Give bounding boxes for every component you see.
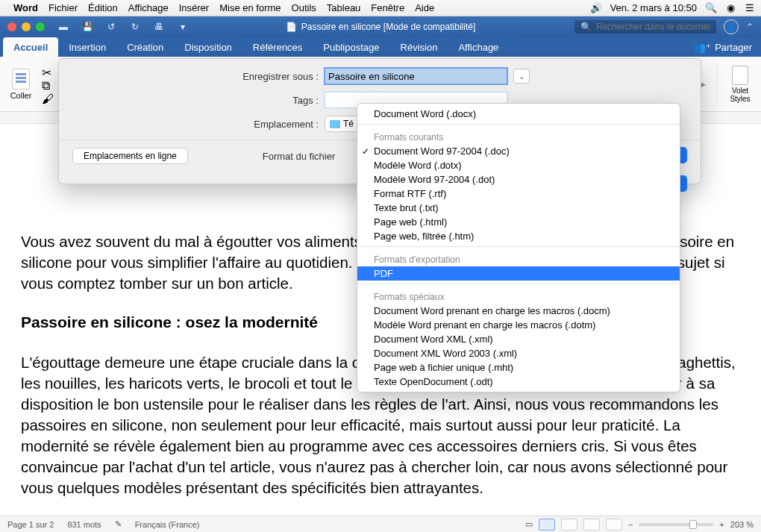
web-layout-view-button[interactable] xyxy=(561,519,577,531)
format-option[interactable]: Page web (.html) xyxy=(357,215,680,229)
format-option[interactable]: Document XML Word 2003 (.xml) xyxy=(357,346,680,360)
folder-icon xyxy=(330,120,340,128)
format-option[interactable]: Modèle Word prenant en charge les macros… xyxy=(357,318,680,332)
menubar-clock: Ven. 2 mars à 10:50 xyxy=(610,2,697,13)
tab-affichage[interactable]: Affichage xyxy=(448,37,509,57)
format-option-label: Modèle Word (.dotx) xyxy=(374,160,462,171)
format-option-label: Document XML Word 2003 (.xml) xyxy=(374,348,517,359)
quick-more-icon[interactable]: ▾ xyxy=(175,20,191,34)
format-painter-icon[interactable]: 🖌 xyxy=(42,93,54,103)
format-option[interactable]: Document Word (.docx) xyxy=(357,107,680,121)
styles-pane-button[interactable]: Volet Styles xyxy=(725,62,755,107)
save-as-label: Enregistrer sous : xyxy=(72,71,319,82)
menu-edit[interactable]: Édition xyxy=(88,2,118,13)
cut-icon[interactable]: ✂ xyxy=(42,66,54,76)
focus-mode-icon[interactable]: ▭ xyxy=(525,519,533,529)
ribbon-tabs: Accueil Insertion Création Disposition R… xyxy=(0,37,761,57)
menu-help[interactable]: Aide xyxy=(415,2,434,13)
zoom-slider[interactable] xyxy=(639,523,713,526)
menu-format[interactable]: Mise en forme xyxy=(219,2,281,13)
zoom-in-button[interactable]: + xyxy=(719,520,724,529)
quick-save2-icon[interactable]: 💾 xyxy=(79,20,95,34)
format-option-label: Page web, filtrée (.htm) xyxy=(374,231,474,242)
format-group-label: Formats spéciaux xyxy=(357,289,680,304)
check-icon: ✓ xyxy=(362,146,369,157)
format-group-label: Formats d'exportation xyxy=(357,251,680,266)
format-option-label: Page web à fichier unique (.mht) xyxy=(374,362,513,373)
paste-button[interactable]: Coller xyxy=(6,62,36,107)
menu-file[interactable]: Fichier xyxy=(48,2,78,13)
quick-undo-icon[interactable]: ↺ xyxy=(103,20,119,34)
status-spellcheck-icon[interactable]: ✎ xyxy=(115,519,122,529)
format-option[interactable]: Document Word XML (.xml) xyxy=(357,332,680,346)
menu-view[interactable]: Affichage xyxy=(128,2,169,13)
tab-revision[interactable]: Révision xyxy=(390,37,448,57)
zoom-slider-thumb[interactable] xyxy=(689,520,697,529)
menu-tools[interactable]: Outils xyxy=(292,2,316,13)
quick-redo-icon[interactable]: ↻ xyxy=(127,20,143,34)
spotlight-icon[interactable]: 🔍 xyxy=(706,3,716,13)
siri-icon[interactable]: ◉ xyxy=(725,3,736,13)
format-option[interactable]: Modèle Word 97-2004 (.dot) xyxy=(357,172,680,187)
window-minimize-button[interactable] xyxy=(22,22,31,31)
copy-icon[interactable]: ⧉ xyxy=(42,79,54,90)
tab-disposition[interactable]: Disposition xyxy=(174,37,242,57)
format-option[interactable]: Page web, filtrée (.htm) xyxy=(357,229,680,243)
format-option[interactable]: Texte OpenDocument (.odt) xyxy=(357,375,680,389)
status-language[interactable]: Français (France) xyxy=(135,520,200,529)
titlebar: ▬ 💾 ↺ ↻ 🖶 ▾ 📄 Passoire en silicone [Mode… xyxy=(0,16,761,37)
share-label: Partager xyxy=(715,42,752,53)
expand-sheet-button[interactable]: ⌄ xyxy=(513,69,530,84)
tab-references[interactable]: Références xyxy=(242,37,313,57)
print-layout-view-button[interactable] xyxy=(539,519,555,531)
format-option-label: Texte OpenDocument (.odt) xyxy=(374,376,493,387)
format-option[interactable]: Format RTF (.rtf) xyxy=(357,187,680,201)
tab-insertion[interactable]: Insertion xyxy=(58,37,116,57)
document-title: Passoire en silicone [Mode de compatibil… xyxy=(301,22,475,32)
format-option[interactable]: Texte brut (.txt) xyxy=(357,201,680,215)
format-option-label: Document Word (.docx) xyxy=(374,108,476,119)
zoom-level[interactable]: 203 % xyxy=(730,520,754,529)
menu-table[interactable]: Tableau xyxy=(327,2,361,13)
tab-creation[interactable]: Création xyxy=(116,37,174,57)
tab-accueil[interactable]: Accueil xyxy=(3,37,58,57)
menu-app[interactable]: Word xyxy=(13,2,38,13)
format-option-label: Modèle Word prenant en charge les macros… xyxy=(374,319,595,331)
online-locations-button[interactable]: Emplacements en ligne xyxy=(72,148,188,164)
statusbar: Page 1 sur 2 831 mots ✎ Français (France… xyxy=(0,516,761,532)
save-as-input[interactable] xyxy=(325,68,507,84)
titlebar-search[interactable]: 🔍 xyxy=(574,20,716,34)
format-option[interactable]: ✓Document Word 97-2004 (.doc) xyxy=(357,144,680,158)
format-option-label: Modèle Word 97-2004 (.dot) xyxy=(374,174,495,185)
format-option[interactable]: Document Word prenant en charge les macr… xyxy=(357,304,680,318)
format-option-pdf[interactable]: PDF xyxy=(357,266,680,281)
pane-icon xyxy=(732,66,748,85)
tab-publipostage[interactable]: Publipostage xyxy=(313,37,389,57)
quick-save-icon[interactable]: ▬ xyxy=(55,20,72,34)
notification-center-icon[interactable]: ☰ xyxy=(745,3,755,13)
format-option-label: Page web (.html) xyxy=(374,216,447,228)
search-icon: 🔍 xyxy=(580,22,592,32)
window-close-button[interactable] xyxy=(7,22,16,31)
volume-icon[interactable]: 🔊 xyxy=(591,3,601,13)
window-zoom-button[interactable] xyxy=(36,22,45,31)
ribbon-separator xyxy=(717,64,718,104)
outline-view-button[interactable] xyxy=(583,519,600,531)
draft-view-button[interactable] xyxy=(606,519,622,531)
titlebar-expand-icon[interactable]: ⌃ xyxy=(746,22,754,32)
format-option[interactable]: Page web à fichier unique (.mht) xyxy=(357,360,680,375)
share-button[interactable]: 👥⁺ Partager xyxy=(685,37,761,57)
menu-window[interactable]: Fenêtre xyxy=(371,2,404,13)
format-option[interactable]: Modèle Word (.dotx) xyxy=(357,158,680,172)
format-group-label: Formats courants xyxy=(357,129,680,144)
zoom-out-button[interactable]: − xyxy=(628,520,633,529)
menu-insert[interactable]: Insérer xyxy=(179,2,209,13)
status-page[interactable]: Page 1 sur 2 xyxy=(7,520,54,529)
share-icon: 👥⁺ xyxy=(694,42,711,53)
quick-print-icon[interactable]: 🖶 xyxy=(151,20,167,34)
file-format-menu: Document Word (.docx) Formats courants ✓… xyxy=(357,103,680,392)
format-option-label: PDF xyxy=(374,268,393,279)
search-input[interactable] xyxy=(596,22,710,32)
user-avatar-icon[interactable]: 👤 xyxy=(724,19,739,34)
status-word-count[interactable]: 831 mots xyxy=(67,520,101,529)
